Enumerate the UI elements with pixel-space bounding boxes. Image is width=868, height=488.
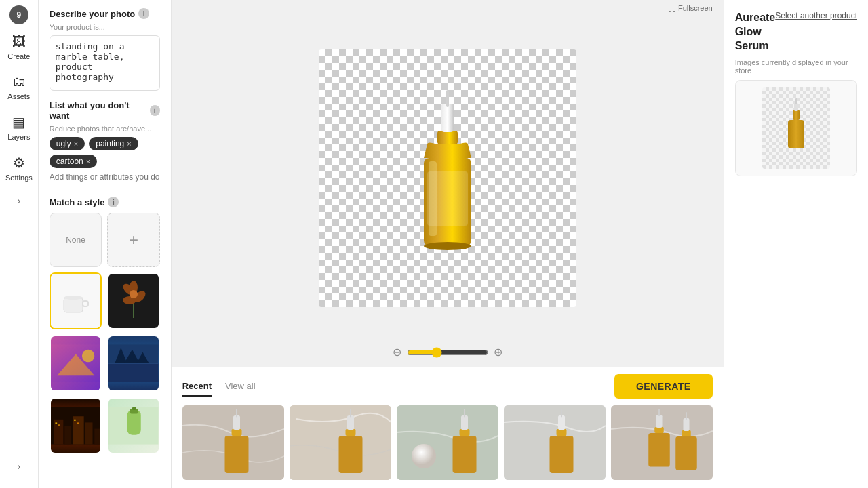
sidebar-item-layers-label: Layers xyxy=(7,133,30,141)
tag-cartoon[interactable]: cartoon × xyxy=(50,155,97,168)
fullscreen-button[interactable]: ⛶ Fullscreen xyxy=(668,4,713,12)
zoom-bar: ⊖ ⊕ xyxy=(172,340,724,367)
style-card-product[interactable] xyxy=(107,397,159,454)
svg-rect-21 xyxy=(64,426,71,445)
svg-rect-36 xyxy=(427,171,468,226)
sidebar-item-create[interactable]: 🖼 Create xyxy=(0,27,38,67)
product-title: Aureate Glow Serum xyxy=(735,11,776,53)
svg-rect-52 xyxy=(459,429,469,436)
thumb-checker-bg xyxy=(762,87,830,169)
svg-rect-59 xyxy=(558,415,565,430)
tag-painting[interactable]: painting × xyxy=(89,137,138,150)
svg-rect-54 xyxy=(461,415,468,430)
sidebar-item-assets-label: Assets xyxy=(7,92,30,100)
describe-info-icon[interactable]: i xyxy=(138,8,149,19)
fullscreen-icon: ⛶ xyxy=(668,4,675,12)
results-area: Recent View all GENERATE xyxy=(172,367,724,488)
svg-rect-25 xyxy=(55,422,57,424)
svg-rect-37 xyxy=(441,104,454,132)
sidebar-arrow-mid[interactable]: › xyxy=(11,192,27,209)
right-panel: Aureate Glow Serum Select another produc… xyxy=(724,0,868,488)
result-image-1[interactable] xyxy=(182,405,284,480)
dont-want-info-icon[interactable]: i xyxy=(150,105,160,116)
svg-rect-1 xyxy=(83,301,88,306)
style-card-white-cup[interactable] xyxy=(50,272,102,329)
tag-ugly[interactable]: ugly × xyxy=(50,137,85,150)
select-product-link[interactable]: Select another product xyxy=(775,11,857,20)
tag-cartoon-remove[interactable]: × xyxy=(86,157,90,165)
svg-rect-43 xyxy=(233,415,240,430)
svg-point-9 xyxy=(130,290,138,298)
style-card-none[interactable]: None xyxy=(50,213,102,267)
svg-rect-27 xyxy=(74,420,76,421)
describe-subtitle: Your product is... xyxy=(50,23,160,31)
tag-painting-remove[interactable]: × xyxy=(127,140,131,148)
store-label: Images currently displayed in your store xyxy=(735,58,857,75)
svg-rect-66 xyxy=(682,430,691,436)
svg-rect-38 xyxy=(446,90,449,107)
zoom-slider[interactable] xyxy=(407,347,488,358)
result-image-2[interactable] xyxy=(290,405,391,480)
dont-want-section: List what you don't want i Reduce photos… xyxy=(50,100,160,187)
style-card-forest[interactable] xyxy=(107,335,159,392)
svg-rect-64 xyxy=(656,415,662,428)
svg-point-2 xyxy=(64,296,83,300)
sidebar-item-settings-label: Settings xyxy=(5,174,33,182)
photo-description-input[interactable]: standing on a marble table, product phot… xyxy=(50,35,160,91)
svg-rect-49 xyxy=(350,409,351,418)
svg-rect-68 xyxy=(683,418,689,431)
sidebar-item-settings[interactable]: ⚙ Settings xyxy=(0,148,38,188)
svg-rect-23 xyxy=(85,422,92,444)
svg-rect-14 xyxy=(108,363,158,382)
svg-rect-55 xyxy=(464,409,465,418)
svg-rect-47 xyxy=(338,436,362,473)
svg-rect-65 xyxy=(658,409,660,416)
result-image-4[interactable] xyxy=(504,405,606,480)
svg-rect-48 xyxy=(347,415,354,430)
result-image-3[interactable] xyxy=(397,405,498,480)
tab-recent[interactable]: Recent xyxy=(182,377,212,396)
match-style-title: Match a style i xyxy=(50,197,160,207)
result-image-5[interactable] xyxy=(611,405,713,480)
style-card-dark-flower[interactable] xyxy=(107,272,159,329)
main-area: ⛶ Fullscreen xyxy=(172,0,724,488)
generate-button[interactable]: GENERATE xyxy=(614,374,713,399)
dont-want-subtitle: Reduce photos that are/have... xyxy=(50,125,160,133)
svg-rect-50 xyxy=(397,405,498,480)
style-card-sunset[interactable] xyxy=(50,335,102,392)
left-panel: Describe your photo i Your product is...… xyxy=(39,0,172,488)
svg-point-39 xyxy=(424,242,471,250)
match-style-info-icon[interactable]: i xyxy=(108,197,119,207)
assets-icon: 🗂 xyxy=(12,74,26,89)
app-badge: 9 xyxy=(9,5,28,24)
svg-rect-44 xyxy=(236,409,237,418)
product-header: Aureate Glow Serum Select another produc… xyxy=(735,11,857,53)
svg-rect-28 xyxy=(77,422,79,424)
describe-section-title: Describe your photo i xyxy=(50,8,160,19)
product-bottle-svg xyxy=(393,90,502,266)
svg-rect-33 xyxy=(437,131,458,144)
svg-rect-62 xyxy=(654,427,664,433)
svg-rect-71 xyxy=(788,120,804,148)
sidebar-arrow-bottom[interactable]: › xyxy=(11,458,27,474)
svg-rect-41 xyxy=(231,429,241,436)
svg-rect-58 xyxy=(549,436,573,473)
tag-ugly-remove[interactable]: × xyxy=(74,140,78,148)
dont-want-input[interactable] xyxy=(50,172,160,182)
fullscreen-bar: ⛶ Fullscreen xyxy=(172,0,724,16)
canvas-bg xyxy=(319,49,576,307)
sidebar-item-assets[interactable]: 🗂 Assets xyxy=(0,67,38,107)
svg-rect-63 xyxy=(648,433,670,467)
zoom-in-icon[interactable]: ⊕ xyxy=(494,346,502,359)
style-card-city[interactable] xyxy=(50,397,102,454)
svg-point-51 xyxy=(412,444,436,468)
settings-icon: ⚙ xyxy=(13,155,25,171)
sidebar-item-layers[interactable]: ▤ Layers xyxy=(0,107,38,148)
style-grid: None + xyxy=(50,213,160,454)
svg-rect-70 xyxy=(793,110,800,120)
style-card-add[interactable]: + xyxy=(107,213,159,267)
zoom-out-icon[interactable]: ⊖ xyxy=(393,346,401,359)
results-header: Recent View all GENERATE xyxy=(172,367,724,399)
tab-view-all[interactable]: View all xyxy=(225,377,256,396)
svg-rect-26 xyxy=(58,424,60,426)
